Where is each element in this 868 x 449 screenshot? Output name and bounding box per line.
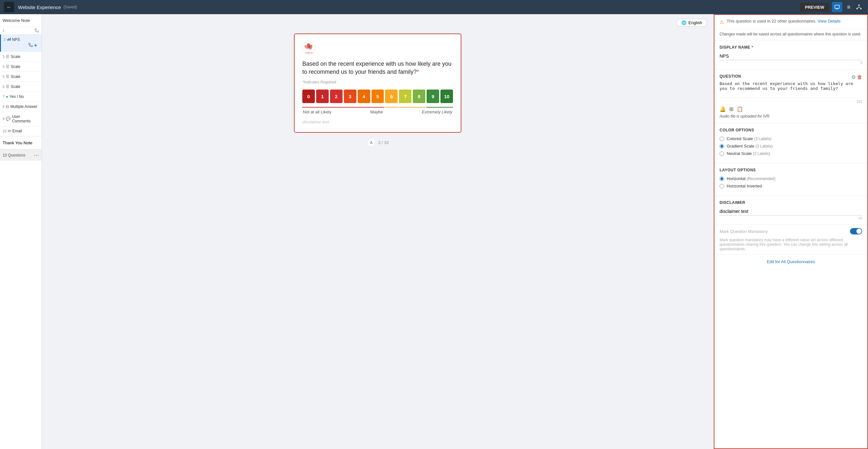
layout-radio-1[interactable]: [720, 177, 724, 181]
page-indicator: ∧ 2 / 10: [367, 138, 389, 147]
nps-btn-3[interactable]: 3: [344, 90, 356, 103]
settings-icon-button[interactable]: ⚙: [851, 74, 856, 80]
sidebar-item-6[interactable]: 6 ☰ Scale: [0, 82, 41, 92]
question-card: ACME Demo Based on the recent experience…: [294, 33, 461, 133]
svg-rect-17: [29, 43, 30, 44]
view-details-link[interactable]: View Details: [818, 19, 841, 24]
menu-button[interactable]: ≡: [843, 2, 854, 12]
preview-button[interactable]: PREVIEW: [800, 3, 829, 11]
svg-rect-0: [835, 5, 839, 8]
plus-add-btn[interactable]: +: [34, 42, 37, 48]
branch-add-btn[interactable]: [28, 42, 33, 48]
label-right: Extremely Likely: [422, 110, 452, 114]
svg-point-5: [860, 8, 862, 9]
alert-banner: ⚠ This question is used in 22 other ques…: [714, 15, 867, 29]
email-icon: ✉: [8, 129, 11, 133]
nps-btn-1[interactable]: 1: [316, 90, 329, 103]
color-radio-3[interactable]: [720, 151, 724, 156]
questions-count-row: 10 Questions ⋯: [0, 149, 41, 161]
yes-no-icon: ●: [6, 94, 8, 99]
nps-btn-10[interactable]: 10: [440, 90, 453, 103]
bell-icon[interactable]: 🔔: [720, 106, 726, 112]
svg-text:ACME Demo: ACME Demo: [306, 52, 314, 54]
welcome-label: Welcome Note: [3, 18, 30, 23]
bar-chart-icon: [7, 37, 11, 41]
disclaimer-input[interactable]: [720, 207, 862, 215]
questions-more-icon[interactable]: ⋯: [34, 152, 39, 158]
question-section: QUESTION ⚙ 🗑 Based on the recent experie…: [714, 69, 867, 123]
sidebar-item-7[interactable]: 7 ● Yes / No: [0, 92, 41, 102]
item-1-num: 1: [3, 28, 4, 33]
monitor-icon-button[interactable]: [832, 2, 842, 12]
mandatory-note: Mark question mandatory may have a diffe…: [714, 238, 867, 255]
acme-logo-svg: ACME Demo: [304, 42, 314, 54]
back-button[interactable]: ←: [4, 2, 14, 12]
nps-btn-8[interactable]: 8: [413, 90, 425, 103]
nps-btn-5[interactable]: 5: [372, 90, 384, 103]
mandatory-toggle[interactable]: [850, 228, 862, 235]
lang-label: English: [688, 20, 702, 25]
sidebar-item-5[interactable]: 5 ☰ Scale: [0, 72, 41, 82]
page-count: 2 / 10: [378, 140, 389, 145]
color-option-3[interactable]: Neutral Scale (2 Labels): [720, 151, 862, 156]
lang-icon: 🌐: [681, 20, 686, 25]
branch-icon-2: [28, 43, 33, 47]
branch-icon: [34, 28, 39, 33]
nps-btn-0[interactable]: 0: [302, 90, 315, 103]
sidebar-item-9[interactable]: 9 💬 User Comments: [0, 112, 41, 126]
nps-btn-2[interactable]: 2: [330, 90, 343, 103]
sidebar-thankyou[interactable]: Thank You Note: [0, 136, 41, 149]
nps-btn-7[interactable]: 7: [399, 90, 411, 103]
sidebar-nps-label: NPS: [12, 37, 20, 42]
sidebar-welcome[interactable]: Welcome Note: [0, 14, 41, 27]
layout-options-section: LAYOUT OPTIONS Horizontal (Recommended) …: [714, 163, 867, 196]
mandatory-toggle-row: Mark Question Mandatory: [714, 225, 867, 238]
color-option-2[interactable]: Gradient Scale (3 Labels): [720, 144, 862, 148]
scale-icon-4: ☰: [6, 64, 9, 69]
logo-image: ACME Demo: [302, 42, 315, 55]
sidebar-item-8[interactable]: 8 ⊟ Multiple Answer: [0, 102, 41, 112]
thankyou-label: Thank You Note: [3, 141, 33, 145]
sidebar-item-4[interactable]: 4 ☰ Scale: [0, 62, 41, 72]
question-action-buttons: ⚙ 🗑: [851, 74, 862, 80]
layout-radio-2[interactable]: [720, 184, 724, 188]
sidebar-item-3[interactable]: 3 ☰ Scale: [0, 52, 41, 62]
grid-icon[interactable]: ⊞: [729, 106, 734, 112]
nps-btn-6[interactable]: 6: [385, 90, 398, 103]
language-button[interactable]: 🌐 English: [676, 19, 707, 27]
nps-btn-4[interactable]: 4: [358, 90, 370, 103]
edit-all-link[interactable]: Edit for All Questionnaires: [714, 255, 867, 269]
multi-answer-icon: ⊟: [6, 104, 9, 109]
layout-option-1[interactable]: Horizontal (Recommended): [720, 176, 862, 181]
tree-button[interactable]: [854, 2, 864, 12]
label-left: Not at all Likely: [303, 110, 331, 114]
sidebar: Welcome Note 1 2 NPS +: [0, 14, 42, 449]
nav-saved: (Saved): [63, 5, 77, 9]
main-layout: Welcome Note 1 2 NPS +: [0, 14, 868, 449]
questions-count-label: 10 Questions: [3, 153, 25, 157]
svg-rect-18: [31, 46, 33, 47]
svg-line-7: [857, 7, 859, 8]
sidebar-item-10[interactable]: 10 ✉ Email: [0, 126, 41, 136]
layout-option-2[interactable]: Horizontal Inverted: [720, 184, 862, 188]
upload-icon[interactable]: 📋: [737, 106, 743, 112]
question-textarea[interactable]: Based on the recent experience with us h…: [720, 81, 862, 98]
nps-btn-9[interactable]: 9: [427, 90, 439, 103]
question-char-count: 101: [720, 99, 862, 103]
canvas-area: 🌐 English ACME Demo Based on the recent …: [42, 14, 713, 449]
sidebar-item-nps[interactable]: 2 NPS +: [0, 34, 41, 52]
color-option-1[interactable]: Colored Scale (3 Labels): [720, 136, 862, 141]
delete-icon-button[interactable]: 🗑: [857, 74, 862, 80]
disclaimer-canvas: disclaimer text: [302, 119, 453, 124]
page-up-button[interactable]: ∧: [367, 138, 376, 147]
color-radio-2[interactable]: [720, 144, 724, 148]
color-radio-1[interactable]: [720, 137, 724, 141]
indicates-required: *Indicates Required: [302, 80, 453, 84]
color-options-title: COLOR OPTIONS: [720, 128, 862, 132]
comments-icon: 💬: [6, 117, 11, 121]
scale-labels: Not at all Likely Maybe Extremely Likely: [302, 110, 453, 114]
display-name-input[interactable]: [720, 52, 862, 60]
alert-text: This question is used in 22 other questi…: [727, 19, 841, 24]
scale-icon-5: ☰: [6, 74, 9, 79]
top-nav: ← Website Experience (Saved) PREVIEW ≡: [0, 0, 868, 14]
